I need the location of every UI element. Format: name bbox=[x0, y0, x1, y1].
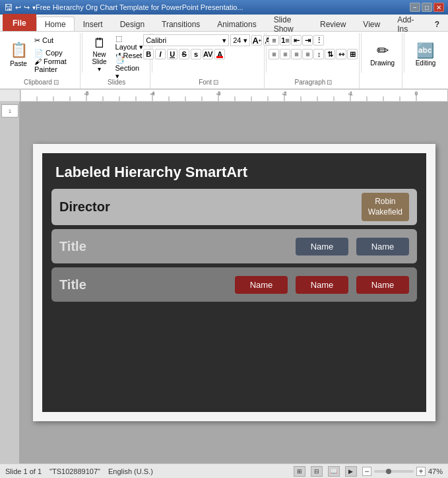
underline-button[interactable]: U bbox=[167, 49, 177, 59]
editing-button[interactable]: 🔤 Editing bbox=[412, 34, 439, 74]
save-icon[interactable]: 🖫 bbox=[4, 3, 13, 13]
clipboard-content: 📋 Paste ✂ Cut 📄 Copy 🖌 Format Painter bbox=[7, 34, 76, 79]
tab-home[interactable]: Home bbox=[36, 17, 75, 31]
align-left-button[interactable]: ≡ bbox=[269, 49, 279, 59]
increase-indent-button[interactable]: ⇥ bbox=[302, 35, 313, 46]
columns-button[interactable]: ⋮ bbox=[313, 35, 324, 46]
title-bar: 🖫 ↩ ↪ ▾ Free Hierarchy Org Chart Templat… bbox=[0, 0, 448, 15]
clipboard-group: 📋 Paste ✂ Cut 📄 Copy 🖌 Format Painter Cl… bbox=[3, 33, 80, 88]
undo-icon[interactable]: ↩ bbox=[15, 3, 21, 12]
bullets-button[interactable]: ≡ bbox=[269, 35, 279, 46]
smart-art-button[interactable]: ⊞ bbox=[347, 49, 358, 59]
zoom-out-button[interactable]: − bbox=[362, 467, 371, 476]
zoom-controls: − + 47% bbox=[362, 467, 443, 476]
tab-addins[interactable]: Add-Ins bbox=[389, 17, 426, 31]
org-box-name-3[interactable]: Name bbox=[235, 276, 288, 294]
org-row-3-boxes: Name Name Name bbox=[235, 276, 409, 294]
slideshow-button[interactable]: ▶ bbox=[345, 466, 357, 477]
org-row-3: Title Name Name Name bbox=[51, 267, 417, 302]
decrease-indent-button[interactable]: ⇤ bbox=[291, 35, 302, 46]
tab-help[interactable]: ? bbox=[426, 17, 448, 31]
section-button[interactable]: 📑 Section ▾ bbox=[113, 62, 146, 74]
separator-3 bbox=[266, 33, 267, 73]
paragraph-label: Paragraph ⊡ bbox=[295, 79, 333, 87]
drawing-content: ✏ Drawing bbox=[367, 34, 398, 86]
ribbon-tabs: File Home Insert Design Transitions Anim… bbox=[0, 15, 448, 32]
format-painter-button[interactable]: 🖌 Format Painter bbox=[32, 59, 76, 71]
new-slide-button[interactable]: 🗒 NewSlide ▾ bbox=[88, 34, 112, 74]
paste-button[interactable]: 📋 Paste bbox=[7, 34, 30, 74]
paragraph-expand-icon[interactable]: ⊡ bbox=[327, 79, 332, 86]
theme-name: "TS102889107" bbox=[49, 467, 100, 475]
italic-button[interactable]: I bbox=[155, 49, 166, 59]
org-box-robin[interactable]: RobinWakefield bbox=[362, 193, 409, 221]
org-row-2-label: Title bbox=[59, 239, 139, 254]
status-bar: Slide 1 of 1 "TS102889107" English (U.S.… bbox=[0, 463, 448, 478]
char-spacing-button[interactable]: AV bbox=[203, 49, 213, 59]
org-row-1: Director RobinWakefield bbox=[51, 189, 417, 225]
close-button[interactable]: ✕ bbox=[433, 3, 444, 12]
slide-inner: Labeled Hierarchy SmartArt Director Robi… bbox=[42, 153, 426, 412]
numbering-button[interactable]: 1≡ bbox=[280, 35, 290, 46]
editing-icon: 🔤 bbox=[416, 42, 434, 59]
editing-group: 🔤 Editing bbox=[406, 33, 445, 88]
align-text-button[interactable]: ⇿ bbox=[336, 49, 346, 59]
align-right-button[interactable]: ≡ bbox=[291, 49, 302, 59]
redo-icon[interactable]: ↪ bbox=[24, 3, 30, 12]
org-box-name-1[interactable]: Name bbox=[296, 238, 348, 256]
slide-sorter-button[interactable]: ⊟ bbox=[311, 466, 323, 477]
strikethrough-button[interactable]: S bbox=[179, 49, 189, 59]
slide-thumbnail-1[interactable]: 1 bbox=[1, 104, 18, 118]
org-box-name-2[interactable]: Name bbox=[356, 238, 409, 256]
align-center-button[interactable]: ≡ bbox=[280, 49, 290, 59]
line-spacing-button[interactable]: ↕ bbox=[313, 49, 324, 59]
tab-slideshow[interactable]: Slide Show bbox=[265, 17, 311, 31]
tab-review[interactable]: Review bbox=[311, 17, 354, 31]
justify-button[interactable]: ≡ bbox=[302, 49, 313, 59]
increase-font-button[interactable]: A+ bbox=[251, 35, 262, 46]
paste-label: Paste bbox=[10, 60, 27, 67]
drawing-label: Drawing bbox=[370, 59, 395, 67]
zoom-slider[interactable] bbox=[374, 470, 414, 473]
minimize-button[interactable]: − bbox=[410, 3, 420, 12]
separator-5 bbox=[404, 33, 404, 73]
tab-file[interactable]: File bbox=[3, 14, 36, 31]
org-row-1-boxes: RobinWakefield bbox=[362, 193, 409, 221]
tab-animations[interactable]: Animations bbox=[208, 17, 265, 31]
slide-count: Slide 1 of 1 bbox=[5, 467, 42, 475]
cut-button[interactable]: ✂ Cut bbox=[32, 34, 76, 46]
main-area: 1 Labeled Hierarchy SmartArt Director Ro… bbox=[0, 102, 448, 463]
font-color-button[interactable]: A bbox=[214, 49, 225, 59]
layout-button[interactable]: ⬚ Layout ▾ bbox=[113, 37, 146, 49]
font-name-dropdown[interactable]: Calibri ▾ bbox=[143, 34, 229, 46]
reading-view-button[interactable]: 📖 bbox=[328, 466, 340, 477]
svg-text:-1: -1 bbox=[348, 91, 352, 96]
new-slide-label: NewSlide ▾ bbox=[91, 51, 108, 73]
bold-button[interactable]: B bbox=[143, 49, 154, 59]
tab-view[interactable]: View bbox=[354, 17, 389, 31]
clipboard-expand-icon[interactable]: ⊡ bbox=[53, 79, 59, 86]
org-row-3-label: Title bbox=[59, 277, 139, 292]
text-direction-button[interactable]: ⇅ bbox=[325, 49, 335, 59]
tab-insert[interactable]: Insert bbox=[75, 17, 112, 31]
drawing-button[interactable]: ✏ Drawing bbox=[367, 34, 398, 74]
svg-text:0: 0 bbox=[415, 91, 418, 96]
normal-view-button[interactable]: ⊞ bbox=[294, 466, 305, 477]
font-group: Calibri ▾ 24 ▾ A+ A- B I U S s AV A bbox=[154, 33, 265, 88]
font-expand-icon[interactable]: ⊡ bbox=[213, 79, 218, 86]
tab-transitions[interactable]: Transitions bbox=[153, 17, 208, 31]
tab-design[interactable]: Design bbox=[112, 17, 153, 31]
org-box-name-5[interactable]: Name bbox=[356, 276, 409, 294]
maximize-button[interactable]: □ bbox=[422, 3, 432, 12]
zoom-in-button[interactable]: + bbox=[416, 467, 426, 476]
zoom-slider-thumb bbox=[386, 469, 391, 474]
font-size-dropdown[interactable]: 24 ▾ bbox=[230, 34, 250, 46]
slide-canvas[interactable]: Labeled Hierarchy SmartArt Director Robi… bbox=[33, 144, 435, 421]
svg-text:-3: -3 bbox=[216, 91, 220, 96]
separator-1 bbox=[82, 33, 82, 73]
font-size-value: 24 bbox=[233, 36, 241, 44]
org-box-name-4[interactable]: Name bbox=[296, 276, 348, 294]
svg-text:-4: -4 bbox=[150, 91, 154, 96]
shadow-button[interactable]: s bbox=[191, 49, 201, 59]
clipboard-actions: ✂ Cut 📄 Copy 🖌 Format Painter bbox=[32, 34, 76, 71]
